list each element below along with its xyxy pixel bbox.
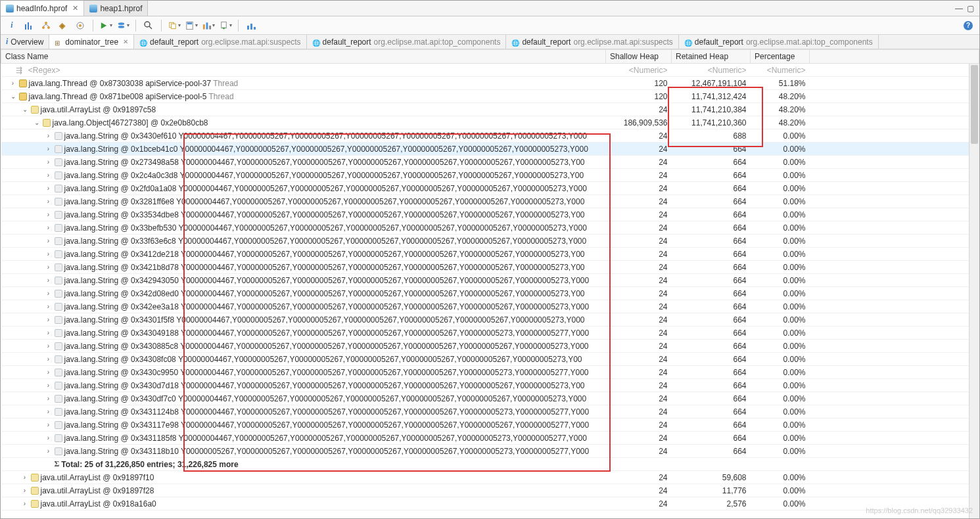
expand-arrow-icon[interactable]: [21, 474, 29, 481]
editor-tab[interactable]: heap1.hprof: [84, 1, 148, 16]
expand-arrow-icon[interactable]: [45, 145, 53, 152]
filter-shallow[interactable]: <Numeric>: [606, 64, 672, 77]
table-row[interactable]: java.lang.String @ 0x342943050 Y00000004…: [1, 274, 979, 287]
table-row[interactable]: java.lang.Thread @ 0x87303038 apiService…: [1, 77, 979, 90]
table-row[interactable]: java.lang.String @ 0x34308fc08 Y00000004…: [1, 353, 979, 366]
expand-arrow-icon[interactable]: [21, 487, 29, 494]
minimize-icon[interactable]: —: [955, 4, 963, 13]
expand-arrow-icon[interactable]: [45, 369, 53, 376]
expand-arrow-icon[interactable]: [45, 303, 53, 310]
table-row[interactable]: java.lang.String @ 0x33f63e6c8 Y00000004…: [1, 235, 979, 248]
run-report-button[interactable]: ▾: [99, 18, 113, 33]
table-row[interactable]: java.lang.String @ 0x33534dbe8 Y00000004…: [1, 208, 979, 221]
close-icon[interactable]: ✕: [72, 4, 78, 12]
expand-arrow-icon[interactable]: [9, 93, 17, 100]
sub-tab[interactable]: iOverview: [1, 35, 49, 49]
filter-pct[interactable]: <Numeric>: [751, 64, 810, 77]
expand-arrow-icon[interactable]: [45, 237, 53, 244]
col-shallow[interactable]: Shallow Heap: [606, 50, 672, 64]
table-row[interactable]: java.lang.String @ 0x3430ef610 Y00000004…: [1, 129, 979, 143]
expand-arrow-icon[interactable]: [45, 250, 53, 258]
col-class-name[interactable]: Class Name: [1, 50, 606, 64]
expand-arrow-icon[interactable]: [45, 132, 53, 139]
expand-arrow-icon[interactable]: [45, 421, 53, 428]
table-row[interactable]: java.lang.String @ 0x343117e98 Y00000004…: [1, 418, 979, 432]
table-row[interactable]: java.lang.String @ 0x273498a58 Y00000004…: [1, 156, 979, 169]
table-row[interactable]: java.lang.String @ 0x3281ff6e8 Y00000004…: [1, 195, 979, 208]
expand-arrow-icon[interactable]: [45, 395, 53, 402]
threads-button[interactable]: [73, 18, 87, 33]
expand-arrow-icon[interactable]: [45, 434, 53, 441]
table-row[interactable]: java.lang.String @ 0x33befb530 Y00000004…: [1, 221, 979, 235]
expand-arrow-icon[interactable]: [45, 158, 53, 166]
info-button[interactable]: i: [5, 18, 19, 33]
expand-arrow-icon[interactable]: [45, 211, 53, 218]
sub-tab[interactable]: default_report org.eclipse.mat.api:top_c…: [679, 35, 879, 49]
editor-tab[interactable]: headInfo.hprof✕: [1, 1, 84, 16]
help-button[interactable]: ?: [961, 18, 975, 33]
find-button[interactable]: [141, 18, 156, 33]
table-row[interactable]: java.lang.String @ 0x3431185f8 Y00000004…: [1, 432, 979, 445]
table-row[interactable]: java.lang.String @ 0x3430885c8 Y00000004…: [1, 340, 979, 353]
compare-button[interactable]: ▾: [201, 18, 216, 33]
maximize-icon[interactable]: ▢: [967, 4, 974, 13]
table-row[interactable]: java.lang.String @ 0x3430c9950 Y00000004…: [1, 366, 979, 379]
table-row[interactable]: java.lang.String @ 0x343118b10 Y00000005…: [1, 445, 979, 458]
column-header-row[interactable]: Class Name Shallow Heap Retained Heap Pe…: [1, 50, 979, 64]
col-retained[interactable]: Retained Heap: [672, 50, 751, 64]
dominator-table[interactable]: Class Name Shallow Heap Retained Heap Pe…: [1, 49, 979, 510]
table-row[interactable]: java.lang.String @ 0x2c4a0c3d8 Y00000004…: [1, 169, 979, 182]
expand-arrow-icon[interactable]: [9, 79, 17, 87]
sub-tab[interactable]: default_report org.eclipse.mat.api:suspe…: [134, 35, 306, 49]
scrollbar-vertical[interactable]: [969, 64, 979, 518]
expand-arrow-icon[interactable]: [45, 224, 53, 231]
table-row[interactable]: java.lang.String @ 0x2fd0a1a08 Y00000004…: [1, 182, 979, 195]
table-row[interactable]: java.lang.String @ 0x3421b8d78 Y00000004…: [1, 261, 979, 274]
table-row[interactable]: java.lang.String @ 0x343049188 Y00000004…: [1, 327, 979, 340]
expand-arrow-icon[interactable]: [33, 119, 41, 126]
close-icon[interactable]: ✕: [123, 38, 128, 45]
scrollbar-thumb[interactable]: [971, 65, 978, 144]
table-row[interactable]: Σ Total: 25 of 31,226,850 entries; 31,22…: [1, 458, 979, 471]
table-row[interactable]: java.lang.String @ 0x3430df7c0 Y00000004…: [1, 392, 979, 405]
table-row[interactable]: java.lang.String @ 0x34301f5f8 Y00000004…: [1, 313, 979, 327]
query-button[interactable]: ▾: [116, 18, 130, 33]
table-row[interactable]: java.util.ArrayList @ 0x91897f28 24 11,7…: [1, 484, 979, 497]
expand-arrow-icon[interactable]: [21, 500, 29, 507]
table-row[interactable]: java.util.ArrayList @ 0x91897f10 24 59,6…: [1, 471, 979, 484]
oql-button[interactable]: ◈: [56, 18, 70, 33]
expand-arrow-icon[interactable]: [45, 382, 53, 389]
filter-row[interactable]: ⇶ <Regex> <Numeric> <Numeric> <Numeric>: [1, 64, 979, 77]
calculator-button[interactable]: ▾: [184, 18, 198, 33]
table-row[interactable]: java.lang.String @ 0x3430d7d18 Y00000004…: [1, 379, 979, 392]
group-button[interactable]: [244, 18, 258, 33]
expand-arrow-icon[interactable]: [45, 185, 53, 192]
expand-arrow-icon[interactable]: [45, 263, 53, 271]
expand-arrow-icon[interactable]: [45, 355, 53, 363]
histogram-button[interactable]: [22, 18, 36, 33]
expand-arrow-icon[interactable]: [45, 408, 53, 415]
copy-button[interactable]: ▾: [167, 18, 181, 33]
expand-arrow-icon[interactable]: [45, 290, 53, 297]
expand-arrow-icon[interactable]: [45, 447, 53, 455]
expand-arrow-icon[interactable]: [21, 106, 29, 113]
filter-retained[interactable]: <Numeric>: [672, 64, 751, 77]
export-button[interactable]: ▾: [218, 18, 233, 33]
dominator-button[interactable]: [39, 18, 53, 33]
expand-arrow-icon[interactable]: [45, 342, 53, 350]
expand-arrow-icon[interactable]: [45, 171, 53, 179]
sub-tab[interactable]: default_report org.eclipse.mat.api:top_c…: [307, 35, 507, 49]
table-row[interactable]: java.lang.String @ 0x342ee3a18 Y00000004…: [1, 300, 979, 313]
table-row[interactable]: java.lang.String @ 0x3431124b8 Y00000004…: [1, 405, 979, 418]
filter-regex[interactable]: <Regex>: [28, 66, 60, 75]
table-row[interactable]: java.util.ArrayList @ 0x918a16a0 24 2,57…: [1, 497, 979, 510]
expand-arrow-icon[interactable]: [45, 316, 53, 323]
sub-tab[interactable]: default_report org.eclipse.mat.api:suspe…: [506, 35, 678, 49]
expand-arrow-icon[interactable]: [45, 329, 53, 336]
expand-arrow-icon[interactable]: [45, 277, 53, 284]
col-percentage[interactable]: Percentage: [751, 50, 810, 64]
table-row[interactable]: java.lang.String @ 0x342d08ed0 Y00000004…: [1, 287, 979, 300]
table-row[interactable]: java.lang.String @ 0x1bceb41c0 Y00000004…: [1, 143, 979, 156]
sub-tab[interactable]: dominator_tree✕: [49, 35, 134, 49]
table-row[interactable]: java.util.ArrayList @ 0x91897c58 24 11,7…: [1, 103, 979, 116]
